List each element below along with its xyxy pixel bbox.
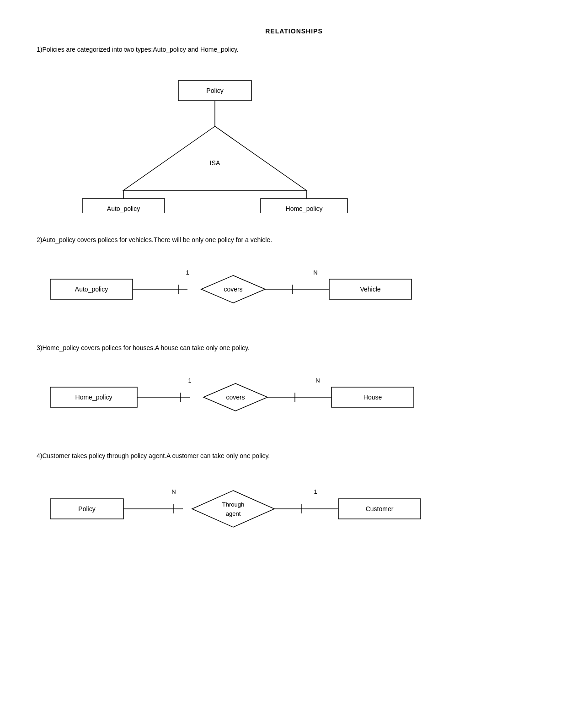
auto-policy-label: Auto_policy	[107, 205, 140, 212]
cardinality-n-right: N	[313, 269, 317, 276]
vehicle-label: Vehicle	[360, 286, 380, 293]
through-agent-diagram: Policy Through agent N 1 Customer	[37, 473, 551, 546]
agent-label: agent	[226, 510, 241, 517]
covers-label-1: covers	[224, 286, 242, 293]
house-label: House	[363, 394, 382, 401]
isa-diagram: Policy ISA Auto_policy Home_policy	[37, 67, 551, 213]
section-4: 4)Customer takes policy through policy a…	[37, 452, 551, 546]
desc-2: 2)Auto_policy covers polices for vehicle…	[37, 236, 551, 243]
auto-policy-label-2: Auto_policy	[75, 286, 108, 293]
auto-covers-diagram: Auto_policy covers 1 N Vehicle	[37, 257, 551, 321]
page-title: RELATIONSHIPS	[37, 27, 551, 35]
covers-label-2: covers	[226, 394, 245, 401]
policy-label-4: Policy	[78, 505, 95, 513]
section-1: 1)Policies are categorized into two type…	[37, 46, 551, 213]
svg-marker-24	[192, 491, 274, 527]
through-label: Through	[222, 501, 244, 508]
desc-4: 4)Customer takes policy through policy a…	[37, 452, 551, 459]
cardinality-n-home: N	[315, 377, 320, 384]
section-3: 3)Home_policy covers polices for houses.…	[37, 344, 551, 429]
isa-label: ISA	[210, 159, 220, 167]
home-policy-label-2: Home_policy	[75, 394, 112, 401]
desc-3: 3)Home_policy covers polices for houses.…	[37, 344, 551, 351]
customer-label: Customer	[366, 505, 394, 513]
home-policy-label: Home_policy	[286, 205, 323, 212]
policy-label: Policy	[206, 87, 223, 94]
section-2: 2)Auto_policy covers polices for vehicle…	[37, 236, 551, 321]
cardinality-1-left: 1	[186, 269, 189, 276]
desc-1: 1)Policies are categorized into two type…	[37, 46, 551, 53]
cardinality-1-customer: 1	[314, 488, 317, 495]
svg-marker-2	[123, 126, 306, 190]
cardinality-n-policy: N	[171, 488, 176, 495]
cardinality-1-home: 1	[188, 377, 191, 384]
home-covers-diagram: Home_policy covers 1 N House	[37, 365, 551, 429]
